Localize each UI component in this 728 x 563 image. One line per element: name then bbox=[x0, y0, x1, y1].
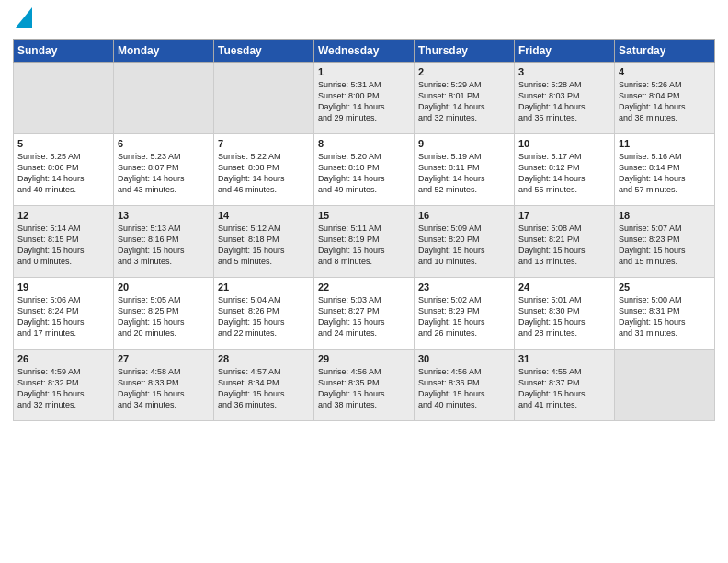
calendar-week-1: 1Sunrise: 5:31 AM Sunset: 8:00 PM Daylig… bbox=[14, 63, 715, 134]
calendar-header-row: SundayMondayTuesdayWednesdayThursdayFrid… bbox=[14, 40, 715, 63]
day-info: Sunrise: 4:55 AM Sunset: 8:37 PM Dayligh… bbox=[518, 366, 610, 411]
logo bbox=[13, 9, 32, 31]
day-info: Sunrise: 5:13 AM Sunset: 8:16 PM Dayligh… bbox=[118, 223, 210, 268]
day-info: Sunrise: 5:28 AM Sunset: 8:03 PM Dayligh… bbox=[518, 79, 610, 124]
day-number: 30 bbox=[418, 353, 510, 364]
calendar-cell: 29Sunrise: 4:56 AM Sunset: 8:35 PM Dayli… bbox=[314, 350, 415, 421]
day-number: 31 bbox=[518, 353, 610, 364]
calendar-cell: 13Sunrise: 5:13 AM Sunset: 8:16 PM Dayli… bbox=[114, 206, 214, 278]
calendar-header-friday: Friday bbox=[515, 40, 615, 63]
calendar-header-thursday: Thursday bbox=[415, 40, 515, 63]
calendar-cell: 26Sunrise: 4:59 AM Sunset: 8:32 PM Dayli… bbox=[14, 350, 114, 421]
day-number: 16 bbox=[418, 210, 510, 221]
calendar-cell: 30Sunrise: 4:56 AM Sunset: 8:36 PM Dayli… bbox=[415, 350, 515, 421]
day-number: 7 bbox=[218, 138, 310, 149]
calendar-cell: 6Sunrise: 5:23 AM Sunset: 8:07 PM Daylig… bbox=[114, 134, 214, 206]
logo-text-block bbox=[13, 9, 32, 31]
day-info: Sunrise: 5:09 AM Sunset: 8:20 PM Dayligh… bbox=[418, 223, 510, 268]
day-number: 22 bbox=[318, 282, 410, 293]
day-number: 8 bbox=[318, 138, 410, 149]
calendar-cell: 15Sunrise: 5:11 AM Sunset: 8:19 PM Dayli… bbox=[314, 206, 415, 278]
calendar-week-2: 5Sunrise: 5:25 AM Sunset: 8:06 PM Daylig… bbox=[14, 134, 715, 206]
calendar-header-monday: Monday bbox=[114, 40, 214, 63]
day-info: Sunrise: 5:12 AM Sunset: 8:18 PM Dayligh… bbox=[218, 223, 310, 268]
day-number: 14 bbox=[218, 210, 310, 221]
day-info: Sunrise: 5:07 AM Sunset: 8:23 PM Dayligh… bbox=[619, 223, 711, 268]
day-info: Sunrise: 5:16 AM Sunset: 8:14 PM Dayligh… bbox=[619, 151, 711, 196]
calendar-cell: 8Sunrise: 5:20 AM Sunset: 8:10 PM Daylig… bbox=[314, 134, 415, 206]
header bbox=[13, 9, 715, 31]
day-number: 15 bbox=[318, 210, 410, 221]
calendar-cell: 12Sunrise: 5:14 AM Sunset: 8:15 PM Dayli… bbox=[14, 206, 114, 278]
calendar-cell bbox=[114, 63, 214, 134]
day-info: Sunrise: 5:03 AM Sunset: 8:27 PM Dayligh… bbox=[318, 294, 410, 339]
calendar-cell: 4Sunrise: 5:26 AM Sunset: 8:04 PM Daylig… bbox=[615, 63, 715, 134]
calendar-week-4: 19Sunrise: 5:06 AM Sunset: 8:24 PM Dayli… bbox=[14, 278, 715, 350]
day-info: Sunrise: 5:01 AM Sunset: 8:30 PM Dayligh… bbox=[518, 294, 610, 339]
day-info: Sunrise: 5:22 AM Sunset: 8:08 PM Dayligh… bbox=[218, 151, 310, 196]
calendar-cell: 5Sunrise: 5:25 AM Sunset: 8:06 PM Daylig… bbox=[14, 134, 114, 206]
day-info: Sunrise: 5:14 AM Sunset: 8:15 PM Dayligh… bbox=[17, 223, 109, 268]
day-number: 9 bbox=[418, 138, 510, 149]
calendar-week-5: 26Sunrise: 4:59 AM Sunset: 8:32 PM Dayli… bbox=[14, 350, 715, 421]
day-number: 27 bbox=[118, 353, 210, 364]
day-number: 1 bbox=[318, 66, 410, 77]
day-number: 28 bbox=[218, 353, 310, 364]
calendar-cell: 24Sunrise: 5:01 AM Sunset: 8:30 PM Dayli… bbox=[515, 278, 615, 350]
day-info: Sunrise: 5:08 AM Sunset: 8:21 PM Dayligh… bbox=[518, 223, 610, 268]
day-number: 10 bbox=[518, 138, 610, 149]
calendar-header-saturday: Saturday bbox=[615, 40, 715, 63]
calendar-cell: 19Sunrise: 5:06 AM Sunset: 8:24 PM Dayli… bbox=[14, 278, 114, 350]
calendar-cell bbox=[214, 63, 314, 134]
day-number: 13 bbox=[118, 210, 210, 221]
day-info: Sunrise: 5:19 AM Sunset: 8:11 PM Dayligh… bbox=[418, 151, 510, 196]
day-info: Sunrise: 5:23 AM Sunset: 8:07 PM Dayligh… bbox=[118, 151, 210, 196]
day-number: 25 bbox=[619, 282, 711, 293]
day-number: 19 bbox=[17, 282, 109, 293]
day-info: Sunrise: 5:04 AM Sunset: 8:26 PM Dayligh… bbox=[218, 294, 310, 339]
calendar-cell bbox=[615, 350, 715, 421]
svg-marker-0 bbox=[16, 7, 32, 28]
calendar-cell: 21Sunrise: 5:04 AM Sunset: 8:26 PM Dayli… bbox=[214, 278, 314, 350]
calendar-cell: 9Sunrise: 5:19 AM Sunset: 8:11 PM Daylig… bbox=[415, 134, 515, 206]
day-info: Sunrise: 5:26 AM Sunset: 8:04 PM Dayligh… bbox=[619, 79, 711, 124]
day-info: Sunrise: 5:20 AM Sunset: 8:10 PM Dayligh… bbox=[318, 151, 410, 196]
calendar-cell: 14Sunrise: 5:12 AM Sunset: 8:18 PM Dayli… bbox=[214, 206, 314, 278]
day-number: 26 bbox=[17, 353, 109, 364]
day-info: Sunrise: 5:06 AM Sunset: 8:24 PM Dayligh… bbox=[17, 294, 109, 339]
calendar-cell: 31Sunrise: 4:55 AM Sunset: 8:37 PM Dayli… bbox=[515, 350, 615, 421]
day-info: Sunrise: 5:05 AM Sunset: 8:25 PM Dayligh… bbox=[118, 294, 210, 339]
calendar-header-wednesday: Wednesday bbox=[314, 40, 415, 63]
day-number: 3 bbox=[518, 66, 610, 77]
calendar-cell: 2Sunrise: 5:29 AM Sunset: 8:01 PM Daylig… bbox=[415, 63, 515, 134]
day-info: Sunrise: 4:59 AM Sunset: 8:32 PM Dayligh… bbox=[17, 366, 109, 411]
day-info: Sunrise: 5:29 AM Sunset: 8:01 PM Dayligh… bbox=[418, 79, 510, 124]
day-info: Sunrise: 5:31 AM Sunset: 8:00 PM Dayligh… bbox=[318, 79, 410, 124]
calendar-cell: 17Sunrise: 5:08 AM Sunset: 8:21 PM Dayli… bbox=[515, 206, 615, 278]
day-info: Sunrise: 5:02 AM Sunset: 8:29 PM Dayligh… bbox=[418, 294, 510, 339]
calendar-cell: 11Sunrise: 5:16 AM Sunset: 8:14 PM Dayli… bbox=[615, 134, 715, 206]
calendar-cell: 10Sunrise: 5:17 AM Sunset: 8:12 PM Dayli… bbox=[515, 134, 615, 206]
calendar-cell: 16Sunrise: 5:09 AM Sunset: 8:20 PM Dayli… bbox=[415, 206, 515, 278]
day-number: 5 bbox=[17, 138, 109, 149]
day-number: 12 bbox=[17, 210, 109, 221]
day-number: 6 bbox=[118, 138, 210, 149]
day-number: 29 bbox=[318, 353, 410, 364]
day-number: 21 bbox=[218, 282, 310, 293]
day-info: Sunrise: 4:57 AM Sunset: 8:34 PM Dayligh… bbox=[218, 366, 310, 411]
calendar-cell: 23Sunrise: 5:02 AM Sunset: 8:29 PM Dayli… bbox=[415, 278, 515, 350]
calendar-cell: 20Sunrise: 5:05 AM Sunset: 8:25 PM Dayli… bbox=[114, 278, 214, 350]
logo-triangle-icon bbox=[16, 7, 32, 28]
calendar-cell: 25Sunrise: 5:00 AM Sunset: 8:31 PM Dayli… bbox=[615, 278, 715, 350]
calendar-header-tuesday: Tuesday bbox=[214, 40, 314, 63]
calendar-week-3: 12Sunrise: 5:14 AM Sunset: 8:15 PM Dayli… bbox=[14, 206, 715, 278]
calendar-cell bbox=[14, 63, 114, 134]
day-info: Sunrise: 5:11 AM Sunset: 8:19 PM Dayligh… bbox=[318, 223, 410, 268]
day-number: 4 bbox=[619, 66, 711, 77]
page: SundayMondayTuesdayWednesdayThursdayFrid… bbox=[0, 0, 728, 563]
day-info: Sunrise: 5:17 AM Sunset: 8:12 PM Dayligh… bbox=[518, 151, 610, 196]
calendar: SundayMondayTuesdayWednesdayThursdayFrid… bbox=[13, 39, 715, 421]
calendar-cell: 1Sunrise: 5:31 AM Sunset: 8:00 PM Daylig… bbox=[314, 63, 415, 134]
day-number: 24 bbox=[518, 282, 610, 293]
calendar-header-sunday: Sunday bbox=[14, 40, 114, 63]
